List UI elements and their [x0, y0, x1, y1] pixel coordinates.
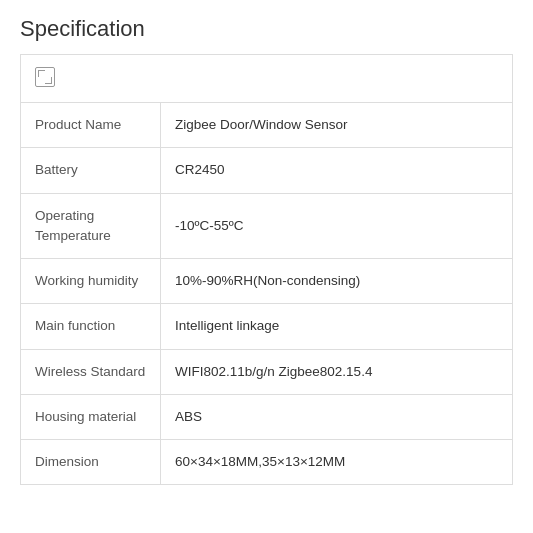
expand-icon[interactable]	[35, 67, 55, 87]
row-label: Housing material	[21, 394, 161, 439]
row-label: Battery	[21, 148, 161, 193]
row-value: WIFI802.11b/g/n Zigbee802.15.4	[161, 349, 513, 394]
row-label: Dimension	[21, 440, 161, 485]
row-value: ABS	[161, 394, 513, 439]
page-container: Specification Product Name Zigbee Door/W…	[0, 0, 533, 501]
spec-table: Product Name Zigbee Door/Window Sensor B…	[20, 54, 513, 485]
row-label: Main function	[21, 304, 161, 349]
table-row-icon	[21, 55, 513, 103]
icon-cell	[21, 55, 513, 103]
table-row: Product Name Zigbee Door/Window Sensor	[21, 103, 513, 148]
row-label: Wireless Standard	[21, 349, 161, 394]
table-row: Operating Temperature -10ºC-55ºC	[21, 193, 513, 259]
row-label: Working humidity	[21, 259, 161, 304]
row-value: 10%-90%RH(Non-condensing)	[161, 259, 513, 304]
table-row: Main function Intelligent linkage	[21, 304, 513, 349]
row-value: CR2450	[161, 148, 513, 193]
row-value: Intelligent linkage	[161, 304, 513, 349]
row-label: Operating Temperature	[21, 193, 161, 259]
row-value: Zigbee Door/Window Sensor	[161, 103, 513, 148]
table-row: Dimension 60×34×18MM,35×13×12MM	[21, 440, 513, 485]
row-value: -10ºC-55ºC	[161, 193, 513, 259]
page-title: Specification	[20, 16, 513, 42]
table-row: Housing material ABS	[21, 394, 513, 439]
row-label: Product Name	[21, 103, 161, 148]
table-row: Working humidity 10%-90%RH(Non-condensin…	[21, 259, 513, 304]
table-row: Battery CR2450	[21, 148, 513, 193]
row-value: 60×34×18MM,35×13×12MM	[161, 440, 513, 485]
table-row: Wireless Standard WIFI802.11b/g/n Zigbee…	[21, 349, 513, 394]
